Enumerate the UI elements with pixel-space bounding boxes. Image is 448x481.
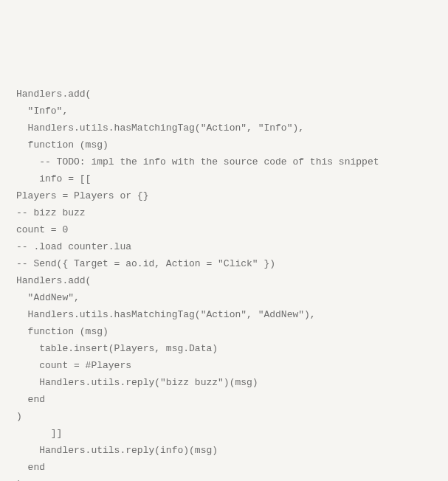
code-line: Handlers.utils.hasMatchingTag("Action", … [16, 120, 432, 136]
code-line: info = [[ [16, 170, 432, 187]
code-line: ) [16, 476, 432, 481]
code-line: function (msg) [16, 323, 432, 340]
code-line: count = 0 [16, 221, 432, 238]
code-line: Handlers.add( [16, 272, 432, 289]
code-line: table.insert(Players, msg.Data) [16, 340, 432, 357]
code-line: function (msg) [16, 136, 432, 153]
code-line: Handlers.utils.hasMatchingTag("Action", … [16, 306, 432, 323]
code-line: end [16, 459, 432, 476]
code-line: ) [16, 408, 432, 425]
code-block: Handlers.add( "Info", Handlers.utils.has… [16, 86, 432, 481]
code-line: count = #Players [16, 357, 432, 374]
code-line: -- TODO: impl the info with the source c… [16, 153, 432, 170]
code-line: end [16, 391, 432, 408]
code-line: Handlers.utils.reply(info)(msg) [16, 442, 432, 459]
code-line: Handlers.add( [16, 86, 432, 103]
code-line: "AddNew", [16, 289, 432, 306]
code-line: -- .load counter.lua [16, 238, 432, 255]
code-line: Handlers.utils.reply("bizz buzz")(msg) [16, 374, 432, 391]
code-line: -- bizz buzz [16, 204, 432, 221]
code-line: ]] [16, 425, 432, 442]
code-line: "Info", [16, 103, 432, 120]
code-line: -- Send({ Target = ao.id, Action = "Clic… [16, 255, 432, 272]
code-line: Players = Players or {} [16, 187, 432, 204]
